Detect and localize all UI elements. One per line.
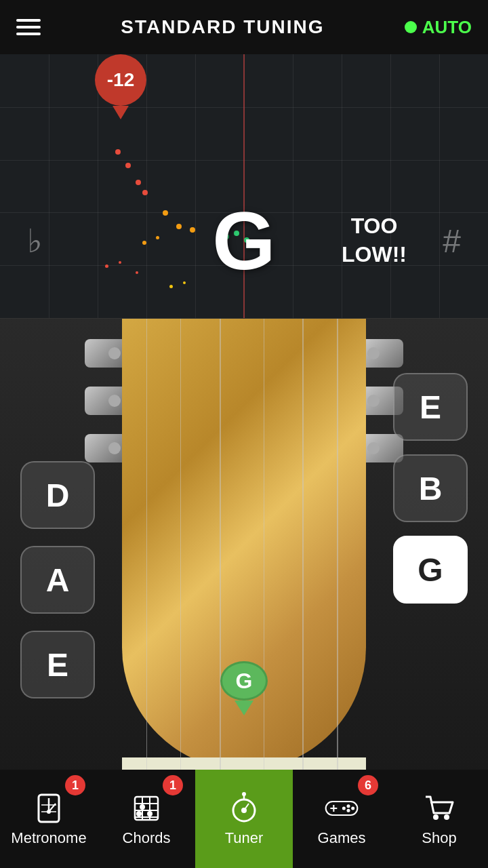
pitch-balloon: -12 <box>95 54 146 119</box>
svg-point-28 <box>444 814 449 820</box>
games-icon <box>325 791 359 825</box>
chords-label: Chords <box>123 829 171 847</box>
header: STANDARD TUNING AUTO <box>0 0 488 54</box>
nav-shop[interactable]: Shop <box>390 770 488 868</box>
svg-point-18 <box>242 792 246 796</box>
svg-point-23 <box>347 804 350 808</box>
svg-point-27 <box>433 814 439 820</box>
svg-point-13 <box>147 811 152 816</box>
tuner-icon <box>227 791 261 825</box>
chords-icon <box>129 791 163 825</box>
svg-point-12 <box>140 804 145 810</box>
string-d-button[interactable]: D <box>20 461 95 529</box>
games-label: Games <box>318 829 366 847</box>
g-string-indicator: G <box>217 661 271 715</box>
header-title: STANDARD TUNING <box>121 16 324 38</box>
metronome-badge: 1 <box>65 775 85 795</box>
nav-metronome[interactable]: 1 Metronome <box>0 770 98 868</box>
svg-point-26 <box>342 806 346 810</box>
guitar-area: D A E E B G G <box>0 319 488 770</box>
pitch-tail <box>113 106 129 119</box>
chords-badge: 1 <box>163 775 183 795</box>
auto-label: AUTO <box>422 17 472 38</box>
auto-badge[interactable]: AUTO <box>405 17 472 38</box>
pitch-value: -12 <box>107 69 134 91</box>
games-badge: 6 <box>358 775 378 795</box>
metronome-icon <box>32 791 66 825</box>
g-pin-tail <box>235 701 253 715</box>
svg-point-25 <box>347 808 350 812</box>
shop-icon <box>422 791 456 825</box>
svg-rect-6 <box>135 797 158 820</box>
string-e-low-button[interactable]: E <box>20 631 95 698</box>
string-b-button[interactable]: B <box>393 454 468 522</box>
svg-point-24 <box>351 806 354 810</box>
string-a-button[interactable]: A <box>20 546 95 614</box>
g-pin: G <box>220 661 268 701</box>
nav-chords[interactable]: 1 Chords <box>98 770 195 868</box>
tuner-area: ♭ G TOOLOW!! # <box>0 54 488 319</box>
pitch-dots <box>0 54 488 318</box>
auto-dot <box>405 21 417 33</box>
menu-button[interactable] <box>16 19 41 35</box>
bottom-nav: 1 Metronome 1 Chords <box>0 770 488 868</box>
nav-games[interactable]: 6 Games <box>293 770 390 868</box>
metronome-label: Metronome <box>11 829 86 847</box>
svg-point-14 <box>136 811 142 816</box>
nav-tuner[interactable]: Tuner <box>195 770 293 868</box>
string-e-high-button[interactable]: E <box>393 373 468 441</box>
shop-label: Shop <box>422 829 456 847</box>
string-g-button[interactable]: G <box>393 536 468 604</box>
pitch-circle: -12 <box>95 54 146 106</box>
tuner-label: Tuner <box>225 829 264 847</box>
